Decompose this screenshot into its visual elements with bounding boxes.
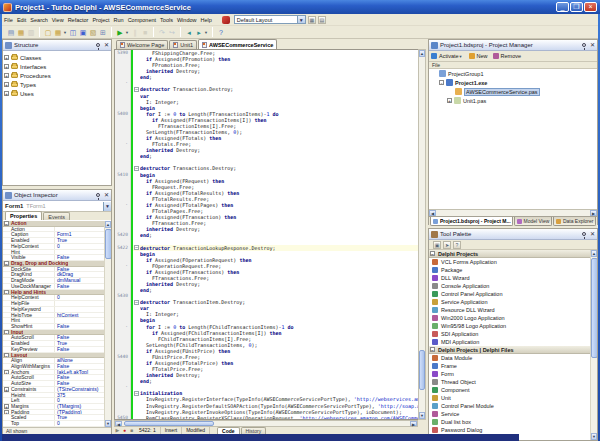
- object-inspector-header[interactable]: Object Inspector ✕: [3, 190, 111, 201]
- palette-item-password-dialog[interactable]: Password Dialog: [429, 426, 597, 434]
- property-value[interactable]: htContext: [55, 313, 111, 318]
- fold-collapse-icon[interactable]: −: [134, 166, 139, 171]
- palette-item-dual-list-box[interactable]: Dual list box: [429, 418, 597, 426]
- property-value[interactable]: [55, 301, 111, 306]
- palette-item-control-panel-application[interactable]: Control Panel Application: [429, 290, 597, 298]
- new-button[interactable]: ▢: [43, 27, 53, 38]
- palette-item-control-panel-module[interactable]: Control Panel Module: [429, 402, 597, 410]
- title-bar[interactable]: Project1 - Turbo Delphi - AWSECommerceSe…: [0, 0, 600, 14]
- structure-header[interactable]: Structure ✕: [3, 40, 111, 51]
- project-tree-item[interactable]: AWSECommerceService.pas: [429, 87, 597, 96]
- structure-item-classes[interactable]: +Classes: [4, 53, 110, 62]
- collapse-icon[interactable]: −: [4, 221, 9, 226]
- fold-collapse-icon[interactable]: −: [134, 245, 139, 250]
- property-value[interactable]: [55, 307, 111, 312]
- property-value[interactable]: False: [55, 267, 111, 272]
- structure-item-uses[interactable]: +Uses: [4, 89, 110, 98]
- scroll-up-icon[interactable]: ▲: [105, 221, 111, 228]
- remove-button[interactable]: Remove: [493, 53, 521, 59]
- open-project-button[interactable]: ▧: [88, 27, 98, 38]
- editor-tab-awsecommerceservice[interactable]: AWSECommerceService: [198, 39, 277, 49]
- help-icon[interactable]: ?: [453, 241, 461, 249]
- palette-item-service-application[interactable]: Service Application: [429, 298, 597, 306]
- pin-icon[interactable]: [582, 232, 586, 236]
- collapse-icon[interactable]: −: [4, 290, 9, 295]
- add-file-button[interactable]: ⊞: [98, 27, 108, 38]
- dock-tab-model-view[interactable]: Model View: [514, 217, 552, 226]
- menu-window[interactable]: Window: [175, 17, 199, 23]
- trace-into-button[interactable]: ↷: [157, 27, 167, 38]
- property-value[interactable]: [55, 250, 111, 255]
- palette-item-package[interactable]: Package: [429, 266, 597, 274]
- palette-item-win95-98-logo-application[interactable]: Win95/98 Logo Application: [429, 322, 597, 330]
- save-as-button[interactable]: ▥: [26, 27, 36, 38]
- pm-hscrollbar[interactable]: ◀ ▶: [429, 209, 597, 216]
- close-icon[interactable]: ✕: [590, 231, 595, 237]
- project-tree-item[interactable]: -Project1.exe: [429, 78, 597, 87]
- macro-stop-icon[interactable]: ■: [128, 427, 135, 434]
- property-value[interactable]: False: [55, 364, 111, 369]
- scroll-up-icon[interactable]: ▲: [591, 250, 597, 257]
- open-button[interactable]: ▦: [53, 27, 63, 38]
- new-button[interactable]: New: [469, 53, 488, 59]
- property-value[interactable]: [55, 227, 111, 232]
- property-value[interactable]: 0: [55, 398, 111, 403]
- desktop-layout-combo[interactable]: Default Layout ▼: [234, 15, 306, 24]
- palette-item-component[interactable]: Component: [429, 386, 597, 394]
- restore-button[interactable]: ❐: [570, 2, 583, 12]
- property-value[interactable]: [55, 318, 111, 323]
- menu-file[interactable]: File: [2, 17, 15, 23]
- palette-category[interactable]: −Delphi Projects: [429, 250, 597, 258]
- menu-refactor[interactable]: Refactor: [66, 17, 91, 23]
- tool-palette-header[interactable]: Tool Palette ✕: [429, 229, 597, 240]
- scroll-down-icon[interactable]: ▼: [591, 433, 597, 440]
- scroll-right-icon[interactable]: ▶: [410, 421, 417, 426]
- menu-help[interactable]: Help: [198, 17, 213, 23]
- tab-events[interactable]: Events: [43, 212, 70, 220]
- palette-item-data-module[interactable]: Data Module: [429, 354, 597, 362]
- menu-search[interactable]: Search: [28, 17, 49, 23]
- scroll-thumb[interactable]: [124, 421, 214, 426]
- new-items-button[interactable]: ▤: [6, 27, 16, 38]
- property-value[interactable]: False: [55, 347, 111, 352]
- scroll-thumb[interactable]: [419, 350, 425, 390]
- structure-item-interfaces[interactable]: +Interfaces: [4, 62, 110, 71]
- run-button[interactable]: ▶: [115, 27, 125, 38]
- palette-item-resource-dll-wizard[interactable]: Resource DLL Wizard: [429, 306, 597, 314]
- palette-item-thread-object[interactable]: Thread Object: [429, 378, 597, 386]
- oi-scrollbar[interactable]: ▲ ▼: [104, 221, 111, 427]
- forward-button-dropdown-icon[interactable]: ▼: [204, 27, 209, 38]
- property-value[interactable]: dkDrag: [55, 272, 111, 277]
- property-value[interactable]: False: [55, 255, 111, 260]
- delphi-news-icon[interactable]: [222, 16, 230, 24]
- palette-item-win2000-logo-application[interactable]: Win2000 Logo Application: [429, 314, 597, 322]
- palette-item-dll-wizard[interactable]: DLL Wizard: [429, 274, 597, 282]
- property-value[interactable]: alNone: [55, 358, 111, 363]
- collapse-icon[interactable]: −: [430, 347, 435, 352]
- property-value[interactable]: [akLeft,akTop]: [55, 370, 111, 375]
- pin-icon[interactable]: [582, 43, 586, 47]
- step-over-button[interactable]: ↪: [167, 27, 177, 38]
- save-layout-icon[interactable]: ▦: [308, 16, 316, 24]
- scroll-left-icon[interactable]: ◀: [115, 421, 122, 426]
- palette-category[interactable]: −Delphi Projects | Delphi Files: [429, 346, 597, 354]
- property-row[interactable]: Top0: [3, 421, 111, 427]
- property-value[interactable]: False: [55, 381, 111, 386]
- close-icon[interactable]: ✕: [590, 42, 595, 48]
- macro-record-icon[interactable]: ●: [121, 427, 128, 434]
- property-value[interactable]: (TSizeConstraints): [55, 387, 111, 392]
- expand-icon[interactable]: +: [4, 55, 9, 60]
- scroll-thumb[interactable]: [591, 258, 597, 358]
- close-icon[interactable]: ✕: [104, 192, 109, 198]
- property-value[interactable]: False: [55, 335, 111, 340]
- tab-properties[interactable]: Properties: [5, 211, 42, 220]
- menu-project[interactable]: Project: [90, 17, 111, 23]
- expand-icon[interactable]: +: [4, 370, 9, 375]
- palette-item-unit[interactable]: Unit: [429, 394, 597, 402]
- scroll-down-icon[interactable]: ▼: [105, 420, 111, 427]
- macro-play-icon[interactable]: ▶: [114, 427, 121, 434]
- scroll-left-icon[interactable]: ◀: [429, 210, 436, 216]
- activate-button[interactable]: Activate ▼: [431, 51, 464, 62]
- palette-item-frame[interactable]: Frame: [429, 362, 597, 370]
- menu-edit[interactable]: Edit: [15, 17, 28, 23]
